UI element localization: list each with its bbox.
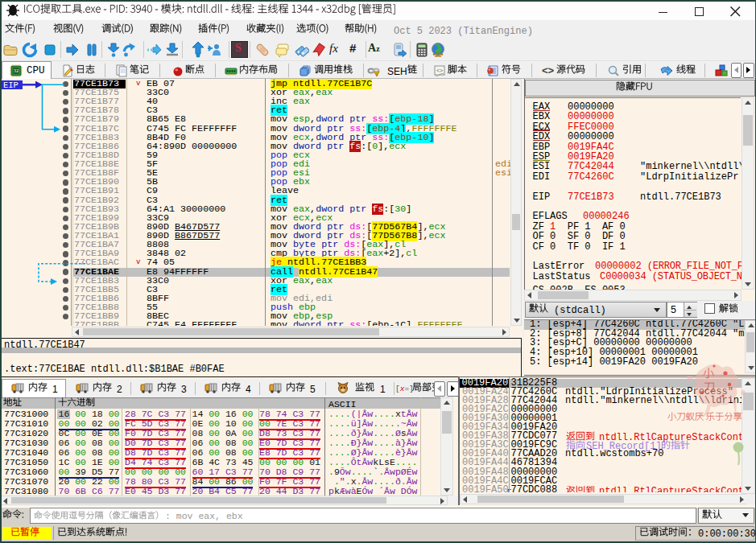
svg-text:!: ! <box>376 72 377 76</box>
svg-text:32: 32 <box>14 68 19 73</box>
svg-text:<>: <> <box>436 68 443 73</box>
svg-text:EIP: EIP <box>3 80 19 90</box>
